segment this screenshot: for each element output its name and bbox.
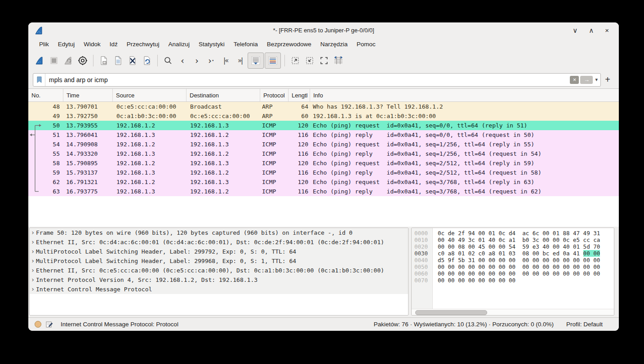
filter-add-button[interactable]: +: [601, 75, 614, 85]
column-header-destination[interactable]: Destination: [187, 89, 260, 101]
reload-file-icon: [142, 56, 151, 66]
last-packet-button[interactable]: »|: [233, 53, 247, 68]
hex-row-0060[interactable]: 006000 00 00 00 00 00 00 00 00 00 00 00 …: [412, 270, 614, 277]
column-header-info[interactable]: Info: [310, 89, 619, 101]
bookmark-icon[interactable]: [33, 74, 45, 86]
filter-clear-button[interactable]: ×: [570, 76, 579, 84]
colorize-icon: [268, 56, 277, 65]
reload-file-button[interactable]: [140, 53, 154, 68]
packet-row-59[interactable]: 5915.793137192.168.1.3192.168.1.2ICMP116…: [28, 168, 619, 177]
first-packet-button[interactable]: |«: [219, 53, 232, 68]
close-file-button[interactable]: [126, 53, 139, 68]
resize-columns-button[interactable]: [332, 53, 345, 68]
packet-row-48[interactable]: 4813.7907010c:e5:cc:ca:00:00BroadcastARP…: [28, 102, 619, 111]
restart-capture-icon: [63, 56, 73, 66]
column-header-length[interactable]: Lengtl: [289, 89, 310, 101]
column-header-source[interactable]: Source: [113, 89, 187, 101]
autoscroll-icon: [251, 56, 260, 65]
packet-row-62[interactable]: 6216.791321192.168.1.2192.168.1.3ICMP120…: [28, 177, 619, 187]
expander-chevron-icon[interactable]: ›: [30, 285, 36, 294]
normal-size-button[interactable]: [317, 53, 331, 68]
menu-item-bezprzewodowe[interactable]: Bezprzewodowe: [262, 39, 316, 49]
detail-row[interactable]: ›Frame 50: 120 bytes on wire (960 bits),…: [30, 228, 408, 237]
menu-item-plik[interactable]: Plik: [35, 39, 53, 49]
detail-row[interactable]: ›Ethernet II, Src: 0c:e5:cc:ca:00:00 (0c…: [30, 266, 408, 275]
wireshark-window: *- [FRR-PE ens5 to Juniper-P ge-0/0/0] ∨…: [28, 22, 619, 331]
zoom-out-button[interactable]: [303, 53, 316, 68]
next-packet-button[interactable]: ›: [190, 53, 204, 68]
column-header-no[interactable]: No.: [28, 89, 63, 101]
packet-details-pane[interactable]: ›Frame 50: 120 bytes on wire (960 bits),…: [29, 228, 409, 316]
expander-chevron-icon[interactable]: ›: [30, 266, 36, 275]
close-button[interactable]: ×: [605, 27, 609, 34]
save-file-button[interactable]: [111, 53, 125, 68]
detail-row[interactable]: ›Internet Protocol Version 4, Src: 192.1…: [30, 275, 408, 285]
expander-chevron-icon[interactable]: ›: [30, 275, 36, 285]
menu-item-edytuj[interactable]: Edytuj: [53, 39, 80, 49]
hex-row-0030[interactable]: 0030c0 a8 01 02 c0 a8 01 03 08 00 bc ed …: [412, 250, 614, 257]
capture-comment-icon[interactable]: [46, 321, 53, 328]
menu-item-analizuj[interactable]: Analizuj: [164, 39, 194, 49]
status-profile[interactable]: Profil: Default: [566, 321, 603, 328]
minimize-button[interactable]: ∨: [573, 27, 577, 34]
toolbar-separator: [157, 55, 158, 66]
display-filter-input[interactable]: [45, 76, 570, 83]
hex-row-0000[interactable]: 00000c de 2f 94 00 01 0c d4 ac 6c 00 01 …: [412, 230, 614, 237]
expander-chevron-icon[interactable]: ›: [30, 247, 36, 256]
column-header-protocol[interactable]: Protocol: [260, 89, 289, 101]
menu-item-id[interactable]: Idź: [105, 39, 122, 49]
first-packet-icon: |«: [223, 57, 228, 64]
packet-row-55[interactable]: 5514.793320192.168.1.3192.168.1.2ICMP116…: [28, 149, 619, 158]
menu-item-pomoc[interactable]: Pomoc: [352, 39, 380, 49]
packet-row-58[interactable]: 5815.790895192.168.1.2192.168.1.3ICMP120…: [28, 158, 619, 168]
expander-chevron-icon[interactable]: ›: [30, 228, 36, 237]
packet-row-51[interactable]: 5113.796041192.168.1.3192.168.1.2ICMP116…: [28, 130, 619, 140]
goto-packet-button[interactable]: ›·: [204, 53, 218, 68]
hex-row-0040[interactable]: 0040d5 9f 5b 31 00 00 00 00 00 00 00 00 …: [412, 257, 614, 263]
menu-item-statystyki[interactable]: Statystyki: [194, 39, 229, 49]
status-bar: Internet Control Message Protocol: Proto…: [28, 317, 619, 331]
filter-apply-button[interactable]: →: [580, 76, 593, 84]
find-packet-button[interactable]: [161, 53, 175, 68]
hex-horizontal-scrollbar[interactable]: [412, 309, 614, 315]
column-header-time[interactable]: Time: [63, 89, 113, 101]
stop-capture-button[interactable]: [47, 53, 61, 68]
packet-row-54[interactable]: 5414.790908192.168.1.2192.168.1.3ICMP120…: [28, 140, 619, 149]
packet-list-header: No. Time Source Destination Protocol Len…: [28, 89, 619, 102]
autoscroll-toggle[interactable]: [248, 53, 264, 69]
detail-row[interactable]: ›MultiProtocol Label Switching Header, L…: [30, 256, 408, 266]
selected-bytes-highlight: 00 00: [583, 250, 600, 257]
menu-item-telefonia[interactable]: Telefonia: [229, 39, 262, 49]
hex-row-0050[interactable]: 005000 00 00 00 00 00 00 00 00 00 00 00 …: [412, 263, 614, 270]
zoom-in-button[interactable]: [289, 53, 302, 68]
colorize-toggle[interactable]: [265, 53, 281, 69]
hex-row-0070[interactable]: 007000 00 00 00 00 00 00 00: [412, 277, 614, 284]
capture-options-button[interactable]: [76, 53, 89, 68]
maximize-button[interactable]: ∧: [589, 27, 594, 34]
menu-item-przechwytuj[interactable]: Przechwytuj: [122, 39, 164, 49]
menu-item-widok[interactable]: Widok: [79, 39, 105, 49]
detail-row[interactable]: ›Internet Control Message Protocol: [30, 285, 408, 294]
packet-bytes-pane[interactable]: 00000c de 2f 94 00 01 0c d4 ac 6c 00 01 …: [411, 228, 614, 316]
open-file-icon: [99, 56, 108, 66]
hex-row-0020[interactable]: 002000 00 08 00 45 00 00 54 59 e3 40 00 …: [412, 243, 614, 250]
menu-item-narzdzia[interactable]: Narzędzia: [316, 39, 352, 49]
title-bar: *- [FRR-PE ens5 to Juniper-P ge-0/0/0] ∨…: [28, 22, 619, 38]
expert-info-icon[interactable]: [35, 321, 41, 328]
detail-row[interactable]: ›Ethernet II, Src: 0c:d4:ac:6c:00:01 (0c…: [30, 237, 408, 247]
start-capture-button[interactable]: [33, 53, 46, 68]
packet-row-50[interactable]: 5013.793955192.168.1.2192.168.1.3ICMP120…: [28, 121, 619, 130]
hex-row-0010[interactable]: 001000 40 49 3c 01 40 0c a1 b0 3c 00 00 …: [412, 237, 614, 243]
chevron-right-icon: ›: [195, 57, 199, 65]
hex-scrollbar-thumb[interactable]: [415, 310, 487, 315]
restart-capture-button[interactable]: [62, 53, 75, 68]
filter-dropdown-caret[interactable]: ▾: [594, 77, 600, 83]
expander-chevron-icon[interactable]: ›: [30, 237, 36, 247]
detail-row[interactable]: ›MultiProtocol Label Switching Header, L…: [30, 247, 408, 256]
normal-size-icon: [320, 56, 329, 65]
packet-row-49[interactable]: 4913.7927500c:a1:b0:3c:00:000c:e5:cc:ca:…: [28, 111, 619, 121]
packet-row-63[interactable]: 6316.793775192.168.1.3192.168.1.2ICMP116…: [28, 187, 619, 196]
previous-packet-button[interactable]: ‹: [176, 53, 189, 68]
expander-chevron-icon[interactable]: ›: [30, 256, 36, 266]
open-file-button[interactable]: [97, 53, 111, 68]
